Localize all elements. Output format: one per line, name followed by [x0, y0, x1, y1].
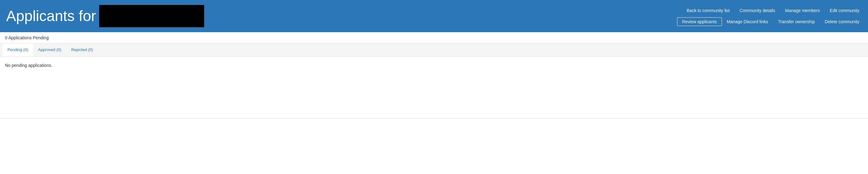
nav-link-transfer-ownership[interactable]: Transfer ownership: [773, 17, 820, 26]
nav-link-delete-community[interactable]: Delete community: [820, 17, 864, 26]
empty-message: No pending applications.: [5, 63, 52, 68]
applications-count: 0 Applications Pending: [0, 32, 868, 44]
nav-row-2: Review applicantsManage Discord linksTra…: [673, 16, 868, 27]
page-title: Applicants for: [6, 8, 96, 24]
tab-approved[interactable]: Approved (0): [33, 44, 66, 56]
tabs-bar: Pending (0)Approved (0)Rejected (0): [0, 44, 868, 57]
navigation-area: Back to community listCommunity detailsM…: [673, 0, 868, 32]
redacted-community-name: [99, 5, 204, 27]
tab-pending[interactable]: Pending (0): [2, 44, 33, 56]
content-area: No pending applications.: [0, 57, 868, 119]
nav-link-edit-community[interactable]: Edit community: [825, 6, 864, 15]
nav-link-manage-members[interactable]: Manage members: [780, 6, 825, 15]
tab-rejected[interactable]: Rejected (0): [66, 44, 98, 56]
nav-link-community-details[interactable]: Community details: [735, 6, 780, 15]
header-title-area: Applicants for: [0, 0, 210, 32]
page-header: Applicants for Back to community listCom…: [0, 0, 868, 32]
nav-link-review-applicants[interactable]: Review applicants: [677, 17, 722, 26]
nav-row-1: Back to community listCommunity detailsM…: [673, 5, 868, 16]
nav-link-back-to-community-list[interactable]: Back to community list: [682, 6, 735, 15]
nav-link-manage-discord-links[interactable]: Manage Discord links: [722, 17, 773, 26]
